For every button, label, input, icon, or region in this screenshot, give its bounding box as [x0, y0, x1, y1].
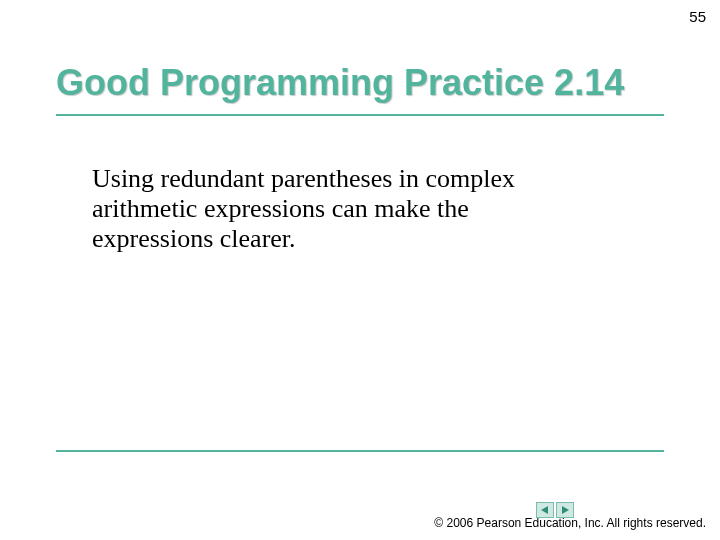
svg-marker-0 [541, 506, 548, 514]
copyright-text: © 2006 Pearson Education, Inc. All right… [434, 516, 706, 530]
slide-title: Good Programming Practice 2.14 [56, 62, 664, 116]
bottom-divider [56, 450, 664, 452]
triangle-right-icon [560, 505, 570, 515]
page-number: 55 [689, 8, 706, 25]
slide-body-text: Using redundant parentheses in complex a… [92, 164, 580, 254]
svg-marker-1 [562, 506, 569, 514]
triangle-left-icon [540, 505, 550, 515]
